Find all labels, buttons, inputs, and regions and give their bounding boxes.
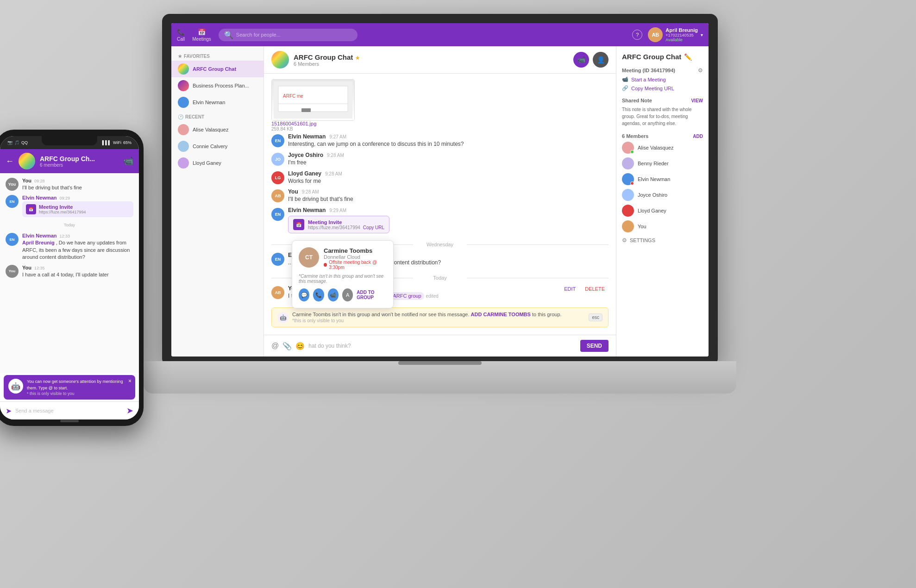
avatar-lloyd bbox=[178, 157, 189, 169]
video-icon: 📹 bbox=[622, 76, 628, 82]
members-section: 6 Members ADD Alise Valasquez Benny Ried… bbox=[622, 133, 703, 232]
phone-message-content: You 09:28 I'll be driving but that's fin… bbox=[22, 178, 133, 191]
user-avatar-area[interactable]: AB April Breunig +17022140535 Available … bbox=[648, 27, 703, 42]
phone-body: 📷 🎵 QQ 13:18 ▌▌▌ WiFi 65% ← ARFC Group C… bbox=[0, 130, 144, 426]
edit-message-button[interactable]: EDIT bbox=[560, 285, 579, 293]
avatar-arfc bbox=[178, 63, 189, 75]
phone-chat-input[interactable] bbox=[15, 408, 123, 413]
members-count-label: 6 Members bbox=[622, 133, 648, 139]
video-call-button[interactable]: 📹 bbox=[573, 52, 589, 68]
member-name: You bbox=[638, 224, 646, 229]
phone-send-button[interactable]: ➤ bbox=[126, 406, 133, 416]
phone-video-button[interactable]: 📹 bbox=[123, 156, 133, 166]
chat-title: ARFC Group Chat ★ bbox=[294, 53, 569, 61]
member-lloyd: Lloyd Ganey bbox=[622, 205, 703, 217]
phone-screen: 📷 🎵 QQ 13:18 ▌▌▌ WiFi 65% ← ARFC Group C… bbox=[0, 136, 139, 419]
avatar bbox=[622, 142, 634, 154]
contact-popup-header: CT Carmine Toombs Donnellar Cloud Offsit… bbox=[299, 247, 387, 270]
call-nav-btn[interactable]: 📞 Call bbox=[177, 28, 185, 42]
phone-input-icon[interactable]: ➤ bbox=[6, 407, 12, 415]
members-button[interactable]: 👤 bbox=[593, 52, 609, 68]
star-icon: ★ bbox=[178, 54, 182, 59]
delete-message-button[interactable]: DELETE bbox=[581, 285, 609, 293]
phone-today-divider: Today bbox=[6, 223, 133, 227]
chat-text-input[interactable] bbox=[308, 343, 576, 349]
sidebar-item-bpp[interactable]: Business Process Plan... bbox=[171, 77, 264, 94]
notification-text: You can now get someone's attention by m… bbox=[27, 379, 131, 391]
notification-content: You can now get someone's attention by m… bbox=[27, 379, 131, 396]
laptop-base bbox=[144, 361, 736, 394]
search-input[interactable] bbox=[236, 32, 352, 38]
message-row: JO Joyce Oshiro 9:28 AM I'm free bbox=[271, 152, 609, 167]
add-to-group-button[interactable]: ADD TO GROUP bbox=[357, 290, 387, 300]
send-button[interactable]: SEND bbox=[580, 340, 609, 352]
emoji-icon[interactable]: 😊 bbox=[295, 342, 305, 350]
phone-chat-info: ARFC Group Ch... 6 members bbox=[40, 155, 95, 168]
search-bar[interactable]: 🔍 bbox=[219, 29, 358, 41]
avatar bbox=[622, 220, 634, 232]
sidebar: ★ FAVORITES ARFC Group Chat Business Pro… bbox=[171, 46, 264, 357]
meetings-icon: 📅 bbox=[198, 28, 206, 36]
message-content: Elvin Newman 9:27 AM Interesting, can we… bbox=[288, 133, 609, 148]
chat-input-area: @ 📎 😊 SEND bbox=[264, 335, 616, 357]
sidebar-item-elvin[interactable]: Elvin Newman bbox=[171, 94, 264, 111]
sidebar-item-alise[interactable]: Alise Valasquez bbox=[171, 121, 264, 138]
copy-url-button[interactable]: Copy URL bbox=[363, 225, 384, 230]
image-filesize: 259.84 KB bbox=[271, 126, 609, 131]
phone-chat-title: ARFC Group Ch... bbox=[40, 155, 95, 163]
image-message: ARFC me 1518600451601.jpg 259.84 KB bbox=[271, 79, 609, 131]
phone-meeting-card[interactable]: 📅 Meeting Invite https://fuze.me/3641799… bbox=[22, 201, 133, 217]
copy-meeting-url-link[interactable]: 🔗 Copy Meeting URL bbox=[622, 85, 703, 91]
attachment-icon[interactable]: 📎 bbox=[282, 342, 292, 350]
avatar: EN bbox=[271, 134, 284, 147]
more-contact-button[interactable]: A bbox=[342, 288, 353, 301]
phone-notch bbox=[42, 136, 97, 145]
start-meeting-link[interactable]: 📹 Start a Meeting bbox=[622, 76, 703, 82]
avatar bbox=[622, 157, 634, 169]
phone-back-button[interactable]: ← bbox=[6, 156, 14, 166]
image-thumbnail[interactable]: ARFC me bbox=[271, 79, 355, 121]
contact-avatar: CT bbox=[299, 247, 319, 268]
avatar bbox=[622, 189, 634, 201]
esc-button[interactable]: esc bbox=[589, 313, 602, 321]
notification-icon: 📷 bbox=[7, 140, 13, 145]
search-icon: 🔍 bbox=[224, 31, 233, 39]
meeting-invite-content: Elvin Newman 9:29 AM 📅 Meeting Invite ht… bbox=[288, 207, 609, 233]
user-avatar: AB bbox=[648, 27, 663, 42]
chat-area: ARFC Group Chat ★ 6 Members 📹 👤 bbox=[264, 46, 616, 357]
avatar: EN bbox=[271, 208, 284, 221]
edit-icon[interactable]: ✏️ bbox=[684, 53, 692, 61]
view-note-button[interactable]: VIEW bbox=[691, 98, 703, 103]
phone-avatar: EN bbox=[6, 233, 19, 246]
add-to-group-link[interactable]: ADD CARMINE TOOMBS bbox=[471, 312, 531, 317]
member-benny: Benny Rieder bbox=[622, 157, 703, 169]
members-header: 6 Members ADD bbox=[622, 133, 703, 139]
call-contact-button[interactable]: 📞 bbox=[313, 288, 324, 301]
meetings-nav-btn[interactable]: 📅 Meetings bbox=[192, 28, 211, 42]
avatar-elvin bbox=[178, 97, 189, 108]
offline-status-indicator bbox=[630, 181, 634, 185]
app-header: 📞 Call 📅 Meetings 🔍 ? AB bbox=[171, 23, 709, 46]
phone-app-header: ← ARFC Group Ch... 6 members 📹 bbox=[0, 149, 139, 173]
chat-header-actions: 📹 👤 bbox=[573, 52, 609, 68]
help-button[interactable]: ? bbox=[632, 30, 642, 40]
video-contact-button[interactable]: 📹 bbox=[328, 288, 339, 301]
sidebar-item-lloyd[interactable]: Lloyd Ganey bbox=[171, 155, 264, 171]
mention-warning-bar: 🤖 Carmine Toombs isn't in this group and… bbox=[271, 307, 609, 327]
contact-company: Donnellar Cloud bbox=[324, 254, 387, 260]
online-status-indicator bbox=[630, 150, 634, 154]
settings-gear-icon[interactable]: ⚙ bbox=[698, 67, 703, 74]
sidebar-item-connie[interactable]: Connie Calvery bbox=[171, 138, 264, 155]
meeting-invite-card[interactable]: 📅 Meeting Invite https://fuze.me/3641799… bbox=[288, 216, 389, 233]
recent-icon: 🕐 bbox=[178, 114, 183, 119]
phone-home-button[interactable] bbox=[60, 420, 79, 422]
add-member-button[interactable]: ADD bbox=[693, 134, 703, 139]
mention-icon[interactable]: @ bbox=[271, 342, 279, 350]
member-you: You bbox=[622, 220, 703, 232]
shared-note-text: This note is shared with the whole group… bbox=[622, 106, 703, 127]
notification-close-button[interactable]: × bbox=[128, 378, 132, 384]
phone-message-content: You 12:35 I have a call at 4 today, I'll… bbox=[22, 265, 133, 278]
message-contact-button[interactable]: 💬 bbox=[299, 288, 309, 301]
sidebar-item-arfc[interactable]: ARFC Group Chat bbox=[171, 61, 264, 77]
settings-row[interactable]: ⚙ SETTINGS bbox=[622, 237, 703, 244]
